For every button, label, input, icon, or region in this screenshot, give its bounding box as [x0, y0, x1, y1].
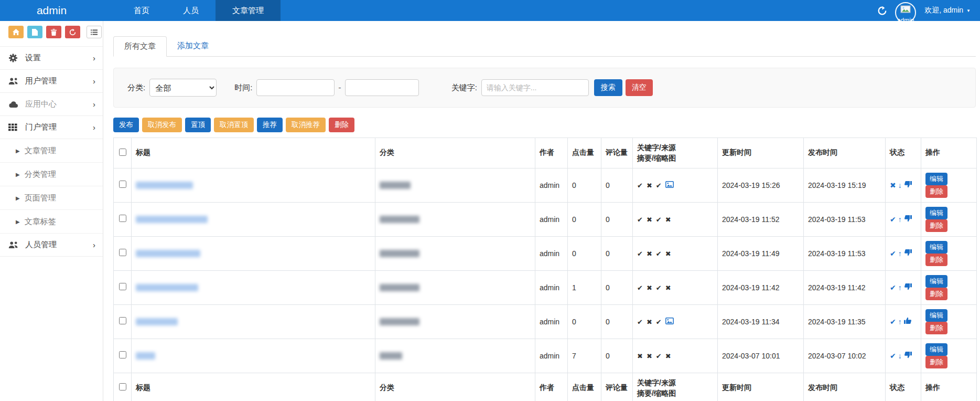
- sidebar-subitem-文章管理[interactable]: ▶文章管理: [0, 139, 103, 163]
- row-checkbox[interactable]: [119, 317, 126, 324]
- arrow-down-icon: ↓: [898, 181, 902, 189]
- gear-icon: [8, 54, 18, 62]
- article-title-redacted[interactable]: [136, 352, 155, 360]
- check-icon: ✔: [656, 284, 662, 292]
- article-title-redacted[interactable]: [136, 182, 193, 189]
- table-row: admin00✔✖✔✖2024-03-19 11:522024-03-19 11…: [114, 202, 977, 236]
- home-button[interactable]: [8, 26, 24, 38]
- row-delete-button[interactable]: 删除: [925, 322, 947, 334]
- check-icon: ✔: [637, 250, 643, 258]
- cross-icon: ✖: [647, 352, 652, 360]
- thumbs-down-icon: [904, 181, 912, 189]
- time-from-input[interactable]: [256, 79, 335, 96]
- trash-button[interactable]: [46, 26, 61, 38]
- row-checkbox[interactable]: [119, 249, 126, 256]
- bulk-button-取消推荐[interactable]: 取消推荐: [286, 118, 326, 132]
- sidebar-subitem-页面管理[interactable]: ▶页面管理: [0, 186, 103, 210]
- nav-item-首页[interactable]: 首页: [117, 0, 166, 21]
- refresh-icon[interactable]: [878, 6, 887, 15]
- row-delete-button[interactable]: 删除: [925, 219, 947, 232]
- arrow-up-icon: ↑: [898, 283, 902, 292]
- category-select[interactable]: 全部: [149, 79, 217, 97]
- avatar[interactable]: admin: [895, 2, 916, 23]
- comments-cell: 0: [601, 202, 633, 236]
- sidebar-subitem-分类管理[interactable]: ▶分类管理: [0, 163, 103, 186]
- row-checkbox[interactable]: [119, 351, 126, 358]
- row-delete-button[interactable]: 删除: [925, 356, 947, 368]
- row-edit-button[interactable]: 编辑: [925, 343, 947, 356]
- col-actions: 操作: [921, 138, 977, 168]
- row-edit-button[interactable]: 编辑: [925, 275, 947, 288]
- keyword-label: 关键字:: [451, 83, 477, 93]
- row-edit-button[interactable]: 编辑: [925, 173, 947, 185]
- row-checkbox[interactable]: [119, 181, 126, 188]
- time-to-input[interactable]: [345, 79, 419, 96]
- updated-cell: 2024-03-19 11:34: [718, 304, 804, 339]
- row-delete-button[interactable]: 删除: [925, 185, 947, 198]
- keyword-flags-cell: ✔✖✔✖: [633, 202, 718, 236]
- row-checkbox[interactable]: [119, 215, 126, 222]
- recycle-button[interactable]: [65, 26, 80, 38]
- new-file-button[interactable]: [27, 26, 42, 38]
- keyword-input[interactable]: [481, 79, 589, 96]
- tab-添加文章[interactable]: 添加文章: [167, 36, 219, 57]
- select-all-checkbox-bottom[interactable]: [119, 383, 126, 391]
- check-icon: ✔: [656, 182, 662, 189]
- actions-cell: 编辑删除: [921, 270, 977, 304]
- row-edit-button[interactable]: 编辑: [925, 207, 947, 219]
- grid-icon: [8, 123, 17, 131]
- bulk-button-取消置顶[interactable]: 取消置顶: [214, 118, 254, 132]
- article-title-redacted[interactable]: [136, 318, 178, 325]
- sidebar-item-用户管理[interactable]: 用户管理›: [0, 70, 103, 93]
- row-checkbox[interactable]: [119, 283, 126, 290]
- tab-所有文章[interactable]: 所有文章: [113, 36, 167, 57]
- thumbs-down-icon: [904, 351, 912, 360]
- row-edit-button[interactable]: 编辑: [925, 309, 947, 322]
- status-cell: ✔↑: [886, 236, 921, 270]
- row-delete-button[interactable]: 删除: [925, 288, 947, 300]
- col-comments: 评论量: [601, 138, 633, 168]
- bulk-button-发布[interactable]: 发布: [113, 118, 139, 132]
- published-cell: 2024-03-19 11:35: [804, 304, 886, 339]
- cross-icon: ✖: [665, 284, 671, 292]
- updated-cell: 2024-03-19 11:52: [718, 202, 804, 236]
- clear-button[interactable]: 清空: [626, 79, 653, 96]
- cross-icon: ✖: [647, 318, 652, 326]
- table-footer-row: 标题分类作者点击量评论量关键字/来源摘要/缩略图更新时间发布时间状态操作: [114, 373, 977, 401]
- check-icon: ✔: [656, 250, 662, 258]
- bulk-button-推荐[interactable]: 推荐: [257, 118, 283, 132]
- article-title-redacted[interactable]: [136, 216, 208, 223]
- sidebar-item-门户管理[interactable]: 门户管理›: [0, 116, 103, 139]
- bulk-button-取消发布[interactable]: 取消发布: [142, 118, 182, 132]
- cross-icon: ✖: [890, 181, 896, 189]
- category-redacted: [380, 182, 411, 189]
- category-redacted: [380, 250, 419, 257]
- nav-item-文章管理[interactable]: 文章管理: [216, 0, 281, 21]
- cross-icon: ✖: [665, 352, 671, 360]
- bulk-button-置顶[interactable]: 置顶: [185, 118, 211, 132]
- article-title-redacted[interactable]: [136, 250, 200, 257]
- row-edit-button[interactable]: 编辑: [925, 241, 947, 254]
- col-status: 状态: [886, 138, 921, 168]
- sidebar-subitem-文章标签[interactable]: ▶文章标签: [0, 210, 103, 234]
- list-view-button[interactable]: [87, 26, 102, 38]
- article-title-redacted[interactable]: [136, 284, 198, 291]
- triangle-right-icon: ▶: [16, 148, 20, 154]
- clicks-cell: 7: [568, 339, 601, 373]
- tab-bar: 所有文章添加文章: [113, 36, 976, 57]
- select-all-checkbox[interactable]: [119, 149, 126, 156]
- nav-item-人员[interactable]: 人员: [166, 0, 216, 21]
- search-button[interactable]: 搜索: [594, 79, 622, 96]
- row-delete-button[interactable]: 删除: [925, 254, 947, 266]
- published-cell: 2024-03-07 10:02: [804, 339, 886, 373]
- sidebar-item-设置[interactable]: 设置›: [0, 47, 103, 70]
- arrow-down-icon: ↓: [898, 352, 902, 360]
- sidebar-item-应用中心[interactable]: 应用中心›: [0, 93, 103, 116]
- sidebar-item-人员管理[interactable]: 人员管理›: [0, 234, 103, 257]
- bulk-button-删除[interactable]: 删除: [329, 118, 354, 132]
- comments-cell: 0: [601, 168, 633, 202]
- arrow-up-icon: ↑: [898, 215, 902, 224]
- brand-logo[interactable]: admin: [0, 0, 103, 21]
- user-menu[interactable]: 欢迎, admin ▼: [924, 6, 971, 15]
- updated-cell: 2024-03-19 11:49: [718, 236, 804, 270]
